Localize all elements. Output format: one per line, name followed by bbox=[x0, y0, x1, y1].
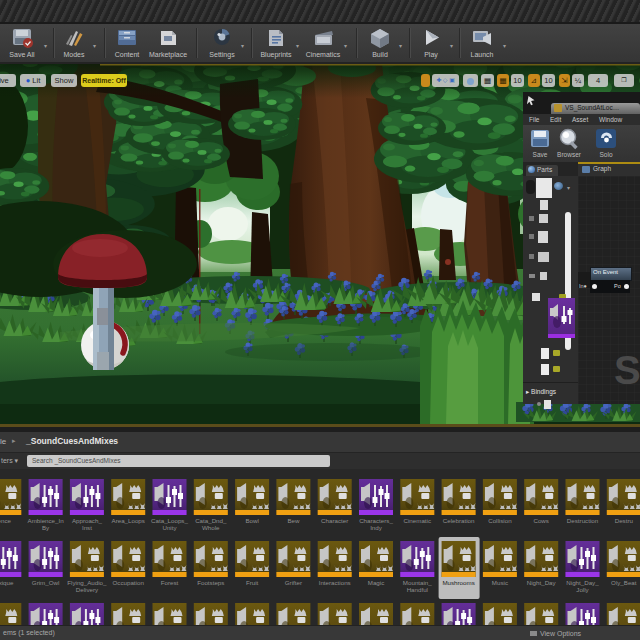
svg-text:By: By bbox=[42, 524, 50, 531]
svg-text:Night_Day_: Night_Day_ bbox=[566, 579, 599, 586]
svg-text:Destru: Destru bbox=[615, 517, 634, 524]
svg-text:Mushrooms: Mushrooms bbox=[442, 579, 474, 586]
svg-text:Music: Music bbox=[492, 579, 508, 586]
svg-text:Area_Loops: Area_Loops bbox=[112, 517, 145, 524]
svg-text:Cinematic: Cinematic bbox=[404, 517, 432, 524]
svg-text:Characters_: Characters_ bbox=[359, 517, 393, 524]
svg-text:Fruit: Fruit bbox=[246, 579, 259, 586]
svg-text:Footsteps: Footsteps bbox=[197, 579, 224, 586]
svg-text:Interactions: Interactions bbox=[319, 579, 351, 586]
svg-text:Bowl: Bowl bbox=[245, 517, 258, 524]
svg-text:Forest: Forest bbox=[161, 579, 179, 586]
svg-text:Flying_Audio_: Flying_Audio_ bbox=[67, 579, 107, 586]
svg-text:Grifter: Grifter bbox=[285, 579, 302, 586]
svg-text:Celebration: Celebration bbox=[443, 517, 475, 524]
svg-text:Whole: Whole bbox=[202, 524, 220, 531]
svg-text:Mountain_: Mountain_ bbox=[403, 579, 432, 586]
svg-text:Cows: Cows bbox=[533, 517, 548, 524]
svg-text:Night_Day: Night_Day bbox=[527, 579, 557, 586]
svg-text:Occupation: Occupation bbox=[113, 579, 145, 586]
svg-text:Cata_Dnd_: Cata_Dnd_ bbox=[195, 517, 227, 524]
svg-text:Destruction: Destruction bbox=[567, 517, 599, 524]
svg-text:Unity: Unity bbox=[162, 524, 177, 531]
svg-text:Magic: Magic bbox=[368, 579, 385, 586]
svg-text:Bew: Bew bbox=[287, 517, 300, 524]
svg-text:Delivery: Delivery bbox=[76, 586, 99, 593]
svg-text:Character: Character bbox=[321, 517, 348, 524]
svg-text:Inst: Inst bbox=[82, 524, 92, 531]
svg-text:Oly_Beat: Oly_Beat bbox=[611, 579, 637, 586]
svg-text:Collision: Collision bbox=[488, 517, 512, 524]
svg-text:ence: ence bbox=[0, 517, 12, 524]
svg-text:Handful: Handful bbox=[407, 586, 428, 593]
svg-text:Indy: Indy bbox=[370, 524, 383, 531]
svg-text:Approach_: Approach_ bbox=[72, 517, 102, 524]
svg-text:Cata_Loops_: Cata_Loops_ bbox=[151, 517, 188, 524]
svg-text:exique: exique bbox=[0, 579, 14, 586]
svg-text:Ambience_In: Ambience_In bbox=[28, 517, 65, 524]
svg-text:Grim_Owl: Grim_Owl bbox=[32, 579, 60, 586]
svg-text:Jolly: Jolly bbox=[576, 586, 589, 593]
